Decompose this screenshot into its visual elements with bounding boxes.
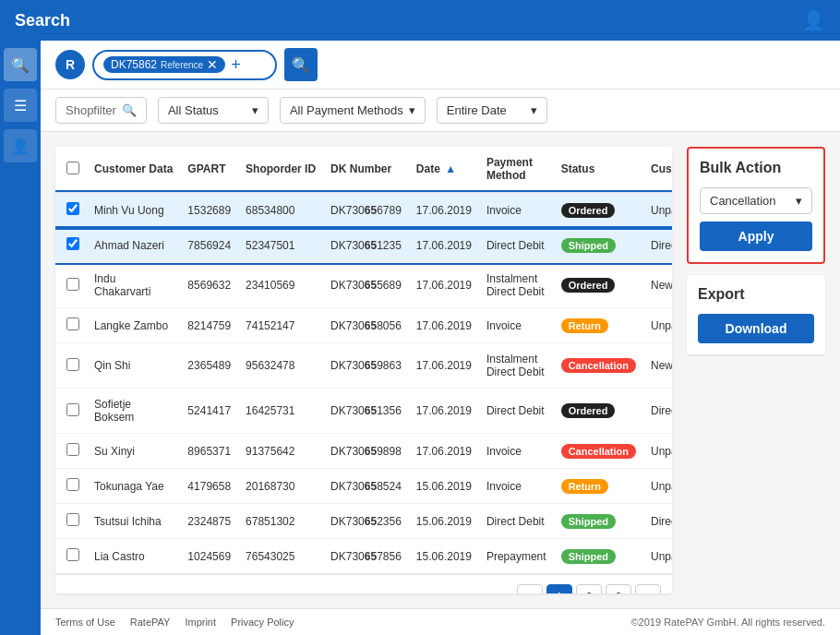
privacy-policy-link[interactable]: Privacy Policy xyxy=(231,617,294,628)
shopfilter-label: Shopfilter xyxy=(66,103,116,117)
row-shoporder: 76543025 xyxy=(238,539,323,574)
page-2-button[interactable]: 2 xyxy=(576,584,602,593)
status-badge: Ordered xyxy=(561,403,616,418)
pill-close-icon[interactable]: ✕ xyxy=(207,58,218,71)
download-button[interactable]: Download xyxy=(698,314,814,343)
sidebar-item-menu[interactable]: ☰ xyxy=(4,89,37,122)
col-checkbox[interactable] xyxy=(55,147,87,192)
row-checkbox-cell[interactable] xyxy=(55,343,87,389)
footer-links: Terms of Use RatePAY Imprint Privacy Pol… xyxy=(55,617,294,628)
row-checkbox-cell[interactable] xyxy=(55,389,87,434)
prev-page-button[interactable]: ‹ xyxy=(517,584,543,593)
row-gpart: 7856924 xyxy=(180,228,238,263)
row-customer: Tokunaga Yae xyxy=(87,469,180,504)
search-button[interactable]: 🔍 xyxy=(284,48,318,81)
sidebar-item-profile[interactable]: 👤 xyxy=(4,129,37,162)
row-checkbox[interactable] xyxy=(66,358,79,371)
orders-table: Customer Data GPART Shoporder ID DK Numb… xyxy=(55,147,672,574)
row-checkbox-cell[interactable] xyxy=(55,469,87,504)
ratepay-link[interactable]: RatePAY xyxy=(130,617,171,628)
search-pill[interactable]: DK75862 Reference ✕ + xyxy=(92,50,277,80)
bulk-action-panel: Bulk Action Cancellation ▾ Apply xyxy=(687,147,825,264)
row-dk-number: DK730655689 xyxy=(323,263,409,308)
row-status: Ordered xyxy=(554,389,643,434)
select-all-checkbox[interactable] xyxy=(66,162,79,174)
row-status: Shipped xyxy=(554,539,643,574)
row-customer: Ahmad Nazeri xyxy=(87,228,180,263)
bulk-action-value: Cancellation xyxy=(710,194,776,208)
row-gpart: 1532689 xyxy=(180,192,238,228)
table-section: Customer Data GPART Shoporder ID DK Numb… xyxy=(55,147,672,593)
page-3-button[interactable]: 3 xyxy=(606,584,631,593)
next-page-button[interactable]: › xyxy=(635,584,661,593)
row-shoporder: 68534800 xyxy=(238,192,323,228)
row-checkbox-cell[interactable] xyxy=(55,192,87,228)
user-icon[interactable]: 👤 xyxy=(802,9,825,31)
row-checkbox[interactable] xyxy=(66,513,79,526)
row-checkbox[interactable] xyxy=(66,318,79,330)
pagination: ‹ 1 2 3 › xyxy=(55,574,672,593)
status-badge: Shipped xyxy=(561,514,616,529)
table-row: Langke Zambo 8214759 74152147 DK73065805… xyxy=(55,308,672,343)
search-bar: R DK75862 Reference ✕ + 🔍 xyxy=(41,41,840,90)
row-checkbox-cell[interactable] xyxy=(55,228,87,263)
row-checkbox-cell[interactable] xyxy=(55,308,87,343)
row-gpart: 8569632 xyxy=(180,263,238,308)
row-checkbox-cell[interactable] xyxy=(55,504,87,539)
row-shoporder: 74152147 xyxy=(238,308,323,343)
row-shoporder: 16425731 xyxy=(238,389,323,434)
pill-value: DK75862 xyxy=(111,58,157,71)
row-shoporder: 52347501 xyxy=(238,228,323,263)
date-filter-label: Entire Date xyxy=(447,103,507,117)
row-customer-status: Direct Debit open xyxy=(643,389,672,434)
row-date: 17.06.2019 xyxy=(409,343,479,389)
table-row: Tsutsui Ichiha 2324875 67851302 DK730652… xyxy=(55,504,672,539)
row-shoporder: 95632478 xyxy=(238,343,323,389)
row-checkbox[interactable] xyxy=(66,548,79,561)
col-gpart: GPART xyxy=(180,147,238,192)
col-date[interactable]: Date ▲ xyxy=(409,147,479,192)
filters-row: Shopfilter 🔍 All Status ▾ All Payment Me… xyxy=(41,90,840,132)
col-status: Status xyxy=(554,147,643,192)
row-date: 15.06.2019 xyxy=(409,539,479,574)
export-panel: Export Download xyxy=(687,275,825,354)
row-payment: Invoice xyxy=(479,308,554,343)
apply-button[interactable]: Apply xyxy=(700,222,812,251)
payment-filter-label: All Payment Methods xyxy=(290,103,403,117)
row-customer-status: Unpaid Invoice xyxy=(643,308,672,343)
sidebar-item-search[interactable]: 🔍 xyxy=(4,48,37,81)
payment-filter[interactable]: All Payment Methods ▾ xyxy=(280,97,426,124)
row-status: Cancellation xyxy=(554,343,643,389)
terms-of-use-link[interactable]: Terms of Use xyxy=(55,617,115,628)
row-checkbox[interactable] xyxy=(66,202,79,215)
row-checkbox[interactable] xyxy=(66,237,79,250)
table-row: Su Xinyi 8965371 91375642 DK730659898 17… xyxy=(55,434,672,469)
row-customer: Indu Chakarvarti xyxy=(87,263,180,308)
row-checkbox[interactable] xyxy=(66,478,79,491)
shopfilter-input[interactable]: Shopfilter 🔍 xyxy=(55,97,147,124)
row-checkbox[interactable] xyxy=(66,278,79,291)
row-checkbox-cell[interactable] xyxy=(55,263,87,308)
status-filter[interactable]: All Status ▾ xyxy=(158,97,269,124)
add-search-term-icon[interactable]: + xyxy=(231,55,241,75)
status-badge: Return xyxy=(561,318,608,333)
row-checkbox-cell[interactable] xyxy=(55,434,87,469)
row-checkbox[interactable] xyxy=(66,443,79,456)
row-customer: Minh Vu Uong xyxy=(87,192,180,228)
page-1-button[interactable]: 1 xyxy=(546,584,572,593)
table-row: Indu Chakarvarti 8569632 23410569 DK7306… xyxy=(55,263,672,308)
imprint-link[interactable]: Imprint xyxy=(185,617,216,628)
row-dk-number: DK730652356 xyxy=(323,504,409,539)
row-customer-status: Direct Debit Open xyxy=(643,228,672,263)
row-date: 17.06.2019 xyxy=(409,434,479,469)
row-gpart: 2324875 xyxy=(180,504,238,539)
app-title: Search xyxy=(15,11,70,30)
row-checkbox-cell[interactable] xyxy=(55,539,87,574)
row-date: 17.06.2019 xyxy=(409,192,479,228)
date-filter[interactable]: Entire Date ▾ xyxy=(437,97,547,124)
row-checkbox[interactable] xyxy=(66,403,79,416)
pill-tag: DK75862 Reference ✕ xyxy=(103,56,225,73)
row-gpart: 5241417 xyxy=(180,389,238,434)
row-payment: Direct Debit xyxy=(479,389,554,434)
bulk-action-dropdown[interactable]: Cancellation ▾ xyxy=(700,187,812,214)
